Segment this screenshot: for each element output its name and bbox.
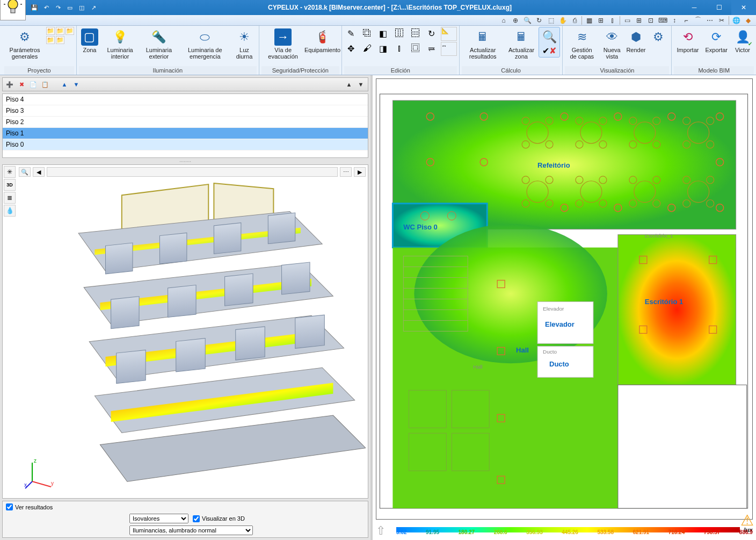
view3d-lamp-icon[interactable]: 💧 <box>4 205 16 217</box>
user-button[interactable]: 👤✔Victor <box>731 27 754 55</box>
undo-icon[interactable]: ↶ <box>42 3 50 12</box>
layers-icon[interactable]: ▦ <box>584 16 594 25</box>
plan-view[interactable]: Refeitório WC Piso 0 <box>376 78 753 520</box>
view-grid-icon[interactable]: ⊞ <box>634 16 644 25</box>
exportar-button[interactable]: ⟳Exportar <box>702 27 730 55</box>
zoom-window-icon[interactable]: ⬚ <box>546 16 556 25</box>
splitter-horizontal[interactable]: ∙∙∙∙∙∙∙∙ <box>0 158 370 164</box>
gestion-capas-button[interactable]: ≋Gestión de capas <box>565 27 599 61</box>
keyboard-icon[interactable]: ⌨ <box>658 16 667 25</box>
minimize-button[interactable]: ─ <box>682 0 707 15</box>
floor-row[interactable]: Piso 1 <box>3 128 368 139</box>
axis-icon[interactable]: ✳ <box>4 166 16 178</box>
cut-icon[interactable]: ✂ <box>717 16 726 25</box>
view-3d[interactable]: ✳ 3D ≣ 💧 🔍 ◀ ⋯ ▶ <box>2 164 368 499</box>
paste-icon[interactable]: 📋 <box>40 80 50 89</box>
home-view-icon[interactable]: ⌂ <box>499 16 508 25</box>
snap-point-icon[interactable]: ⊡ <box>646 16 656 25</box>
floor-list[interactable]: Piso 4 Piso 3 Piso 2 Piso 1 Piso 0 <box>2 93 368 158</box>
nueva-vista-button[interactable]: 👁Nueva vista <box>600 27 624 61</box>
search-results-button[interactable]: 🔍✔✘ <box>539 27 560 57</box>
floor-row[interactable]: Piso 3 <box>3 105 368 117</box>
delete-icon[interactable]: ✖ <box>17 80 26 89</box>
folder5-icon[interactable]: 📁 <box>66 27 74 35</box>
luz-diurna-button[interactable]: ☀Luz diurna <box>232 27 257 61</box>
isovalores-select[interactable]: Isovalores <box>129 514 188 523</box>
floor-row[interactable]: Piso 2 <box>3 117 368 128</box>
close-button[interactable]: ✕ <box>731 0 756 15</box>
visualizar-3d-checkbox[interactable]: Visualizar en 3D <box>193 515 245 522</box>
edit-align-icon[interactable]: ⫿ <box>392 42 406 55</box>
floor-row-selected[interactable]: Piso 0 <box>3 139 368 150</box>
app-logo[interactable] <box>0 0 26 20</box>
edit-group-icon[interactable]: ⿴ <box>409 42 423 55</box>
redo-icon[interactable]: ↷ <box>54 3 62 12</box>
help-icon[interactable]: 🌐 <box>731 16 741 25</box>
edit-eraser-icon[interactable]: ◧ <box>376 27 390 40</box>
edit-array-icon[interactable]: ⿳ <box>409 27 423 40</box>
ver-resultados-checkbox[interactable]: Ver resultados <box>6 503 365 510</box>
edit-copy-icon[interactable]: ⿻ <box>360 27 374 40</box>
equipamiento-button[interactable]: 🧯Equipamiento <box>306 27 339 55</box>
view3d-dots-icon[interactable]: ⋯ <box>340 167 352 177</box>
edit-measure-icon[interactable]: 📐 <box>441 27 457 41</box>
collapse-up-icon[interactable]: ▲ <box>344 80 354 89</box>
pan-icon[interactable]: ✋ <box>558 16 568 25</box>
actualizar-zona-button[interactable]: 🖩Actualizar zona <box>505 27 538 61</box>
edit-mirror-icon[interactable]: ⿲ <box>392 27 406 40</box>
view3d-next-icon[interactable]: ▶ <box>354 167 366 177</box>
move-up-icon[interactable]: ▲ <box>60 80 69 89</box>
luminaria-exterior-button[interactable]: 🔦Luminaria exterior <box>140 27 178 61</box>
zona-button[interactable]: ▢Zona <box>79 27 100 55</box>
escritorio1-label: Escritório 1 <box>645 298 683 306</box>
view3d-prev-icon[interactable]: ◀ <box>33 167 45 177</box>
via-evac-button[interactable]: →Vía de evacuación <box>261 27 305 61</box>
edit-pencil-icon[interactable]: ✎ <box>344 27 358 40</box>
arc-icon[interactable]: ⌒ <box>693 16 703 25</box>
save-icon[interactable]: 💾 <box>30 3 39 12</box>
edit-offset-icon[interactable]: ⥩ <box>425 42 439 55</box>
grid-icon[interactable]: ⊞ <box>596 16 606 25</box>
iluminancias-select[interactable]: Iluminancias, alumbrado normal <box>129 525 253 535</box>
view3d-side-toolbar: ✳ 3D ≣ 💧 <box>4 166 17 217</box>
ortho-icon[interactable]: ⌐ <box>681 16 691 25</box>
luminaria-interior-button[interactable]: 💡Luminaria interior <box>101 27 139 61</box>
warning-icon[interactable]: ⚠ <box>740 512 754 529</box>
actualizar-resultados-button[interactable]: 🖩Actualizar resultados <box>462 27 504 61</box>
folder4-icon[interactable]: 📁 <box>56 36 64 44</box>
copy-icon[interactable]: 📄 <box>28 80 38 89</box>
info-icon[interactable]: ◆ <box>743 16 753 25</box>
maximize-button[interactable]: ☐ <box>707 0 731 15</box>
column-icon[interactable]: ⫿ <box>608 16 617 25</box>
parametros-generales-button[interactable]: ⚙ Parámetros generales <box>4 27 45 61</box>
sort-icon[interactable]: ↕ <box>670 16 679 25</box>
move-down-icon[interactable]: ▼ <box>71 80 81 89</box>
importar-button[interactable]: ⟲Importar <box>674 27 701 55</box>
luminaria-emerg-button[interactable]: ⬭Luminaria de emergencia <box>179 27 231 61</box>
view3d-layers-icon[interactable]: ≣ <box>4 192 16 204</box>
view-top-icon[interactable]: ▭ <box>622 16 632 25</box>
box-icon[interactable]: ▭ <box>66 3 74 12</box>
folder-icon[interactable]: 📁 <box>46 27 55 35</box>
exit-icon[interactable]: ↗ <box>89 3 98 12</box>
render-button[interactable]: ⬢Render <box>625 27 646 55</box>
zoom-in-icon[interactable]: 🔍 <box>522 16 532 25</box>
folder3-icon[interactable]: 📁 <box>56 27 64 35</box>
refresh-icon[interactable]: ↻ <box>534 16 544 25</box>
edit-rotate-icon[interactable]: ↻ <box>425 27 439 40</box>
floor-row[interactable]: Piso 4 <box>3 94 368 105</box>
visual-settings-button[interactable]: ⚙ <box>648 27 669 47</box>
collapse-down-icon[interactable]: ▼ <box>356 80 366 89</box>
edit-erase2-icon[interactable]: ◨ <box>376 42 390 55</box>
zoom-extents-icon[interactable]: ⊕ <box>511 16 520 25</box>
edit-brush-icon[interactable]: 🖌 <box>360 42 374 55</box>
boxes-icon[interactable]: ◫ <box>77 3 86 12</box>
view3d-zoom-icon[interactable]: 🔍 <box>19 167 31 177</box>
dashed-icon[interactable]: ⋯ <box>705 16 715 25</box>
add-icon[interactable]: ➕ <box>5 80 14 89</box>
folder2-icon[interactable]: 📁 <box>46 36 55 44</box>
print-icon[interactable]: ⎙ <box>570 16 579 25</box>
edit-move-icon[interactable]: ✥ <box>344 42 358 55</box>
edit-dim-icon[interactable]: ↔ <box>441 42 457 56</box>
view3d-3d-icon[interactable]: 3D <box>4 179 16 191</box>
